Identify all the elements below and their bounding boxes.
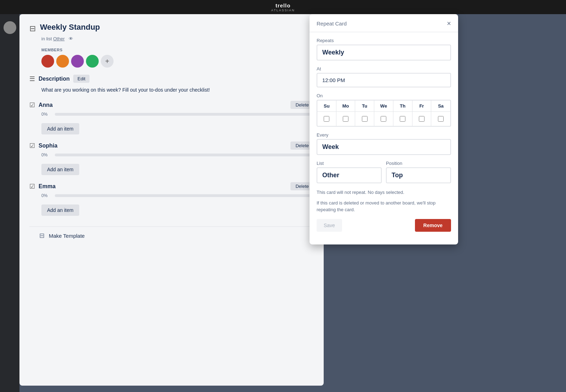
top-bar: trello ATLASSIAN: [0, 0, 566, 14]
position-box[interactable]: Top: [386, 167, 451, 183]
days-checkbox-row: [317, 112, 450, 126]
add-item-btn-0[interactable]: Add an item: [41, 123, 79, 134]
days-header-row: Su Mo Tu We Th Fr Sa: [317, 100, 450, 112]
trello-logo: trello ATLASSIAN: [271, 2, 295, 12]
position-value: Top: [392, 172, 445, 179]
card-modal: ⊟ Weekly Standup in list Other 👁 MEMBERS…: [19, 14, 324, 386]
add-item-btn-2[interactable]: Add an item: [41, 204, 79, 216]
checklist-title-wrap-0: ☑ Anna: [29, 101, 53, 109]
info-text-1: This card will not repeat. No days selec…: [317, 189, 451, 196]
position-field: Position Top: [386, 161, 451, 183]
checkbox-su[interactable]: [317, 112, 336, 126]
day-tu: Tu: [355, 100, 374, 111]
progress-wrap-1: 0%: [41, 152, 314, 157]
remove-button[interactable]: Remove: [415, 219, 451, 232]
checkbox-mo[interactable]: [336, 112, 356, 126]
repeat-panel-title: Repeat Card: [317, 21, 347, 27]
checklist-icon-0: ☑: [29, 101, 35, 109]
logo-text: trello: [276, 2, 291, 8]
add-member-button[interactable]: +: [101, 55, 114, 68]
progress-label-0: 0%: [41, 112, 51, 117]
repeats-label: Repeats: [317, 38, 451, 43]
panel-actions: Save Remove: [317, 219, 451, 232]
card-list-info: in list Other 👁: [41, 36, 314, 41]
sidebar-avatar: [4, 21, 16, 34]
checklist-section-1: ☑ Sophia Delete 0% Add an item: [29, 142, 314, 175]
checklist-name-0: Anna: [39, 102, 53, 108]
save-button: Save: [317, 219, 342, 232]
day-we: We: [374, 100, 393, 111]
watch-icon[interactable]: 👁: [69, 36, 73, 41]
checkbox-sa[interactable]: [431, 112, 450, 126]
day-su: Su: [317, 100, 336, 111]
members-avatars: +: [41, 55, 314, 68]
checklist-icon-1: ☑: [29, 142, 35, 150]
on-field: On Su Mo Tu We Th Fr Sa: [317, 93, 451, 127]
description-header: ☰ Description Edit: [29, 75, 314, 83]
progress-wrap-2: 0%: [41, 193, 314, 198]
repeats-field: Repeats Weekly: [317, 38, 451, 60]
checklist-header-1: ☑ Sophia Delete: [29, 142, 314, 150]
repeat-panel-close-button[interactable]: ×: [447, 20, 451, 27]
template-icon: ⊟: [39, 232, 45, 240]
member-avatar-1[interactable]: [41, 55, 54, 68]
add-item-btn-1[interactable]: Add an item: [41, 164, 79, 175]
make-template-bar: ⊟ Make Template: [29, 226, 314, 244]
list-box[interactable]: Other: [317, 167, 382, 183]
checkbox-fr[interactable]: [412, 112, 432, 126]
checklist-icon-2: ☑: [29, 183, 35, 190]
days-grid: Su Mo Tu We Th Fr Sa: [317, 100, 451, 127]
progress-bar-2: [55, 194, 314, 197]
checklist-section-2: ☑ Emma Delete 0% Add an item: [29, 182, 314, 216]
in-list-text: in list: [41, 36, 52, 41]
checklist-header-2: ☑ Emma Delete: [29, 182, 314, 190]
progress-wrap-0: 0%: [41, 112, 314, 117]
repeat-panel-header: Repeat Card ×: [310, 14, 458, 32]
member-avatar-4[interactable]: [86, 55, 99, 68]
info-text-2: If this card is deleted or moved to anot…: [317, 200, 451, 213]
day-sa: Sa: [431, 100, 450, 111]
on-label: On: [317, 93, 451, 98]
day-fr: Fr: [412, 100, 432, 111]
list-value: Other: [322, 172, 376, 179]
repeat-panel-body: Repeats Weekly At On Su Mo Tu We Th Fr S…: [310, 32, 458, 237]
atlassian-text: ATLASSIAN: [271, 8, 295, 12]
list-link[interactable]: Other: [53, 36, 65, 41]
checklist-title-wrap-1: ☑ Sophia: [29, 142, 57, 150]
members-label: MEMBERS: [41, 48, 314, 52]
every-box[interactable]: Week: [317, 139, 451, 155]
checkbox-th[interactable]: [393, 112, 412, 126]
card-type-icon: ⊟: [29, 24, 36, 33]
time-input[interactable]: [317, 73, 451, 87]
card-title: Weekly Standup: [40, 23, 100, 32]
card-header: ⊟ Weekly Standup: [29, 23, 314, 33]
repeats-value: Weekly: [322, 49, 445, 56]
description-title: Description: [39, 76, 70, 82]
progress-bar-1: [55, 154, 314, 156]
checkbox-tu[interactable]: [355, 112, 374, 126]
make-template-text[interactable]: Make Template: [49, 233, 85, 239]
at-field: At: [317, 66, 451, 87]
day-th: Th: [393, 100, 412, 111]
members-section: MEMBERS +: [41, 48, 314, 68]
repeat-panel: Repeat Card × Repeats Weekly At On Su Mo…: [310, 14, 458, 244]
every-label: Every: [317, 132, 451, 138]
at-label: At: [317, 66, 451, 71]
day-mo: Mo: [336, 100, 356, 111]
every-value: Week: [322, 143, 445, 151]
progress-bar-0: [55, 113, 314, 116]
checklists-container: ☑ Anna Delete 0% Add an item ☑ Sophia De…: [29, 101, 314, 216]
left-sidebar: [0, 14, 19, 392]
description-section: ☰ Description Edit What are you working …: [29, 75, 314, 94]
progress-label-1: 0%: [41, 152, 51, 157]
list-position-row: List Other Position Top: [317, 161, 451, 189]
checklist-header-0: ☑ Anna Delete: [29, 101, 314, 109]
checklist-section-0: ☑ Anna Delete 0% Add an item: [29, 101, 314, 134]
checklist-name-2: Emma: [39, 183, 56, 190]
checkbox-we[interactable]: [374, 112, 393, 126]
member-avatar-2[interactable]: [56, 55, 69, 68]
member-avatar-3[interactable]: [71, 55, 84, 68]
repeats-box[interactable]: Weekly: [317, 45, 451, 60]
description-edit-button[interactable]: Edit: [73, 75, 89, 83]
list-field: List Other: [317, 161, 382, 183]
